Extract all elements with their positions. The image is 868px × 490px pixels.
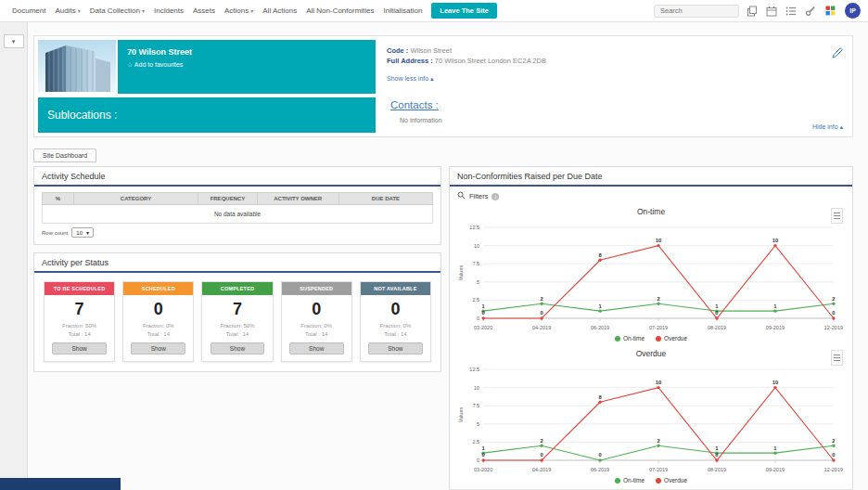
contacts-section: Contacts : No information Hide info ▴ <box>377 97 849 133</box>
svg-text:10: 10 <box>474 243 479 249</box>
svg-text:08-2019: 08-2019 <box>708 325 726 330</box>
on-time-line-chart: 02.557.51012.5Values03-202004-201906-201… <box>455 217 847 334</box>
overdue-line-chart: 02.557.51012.5Values03-202004-201906-201… <box>455 359 847 476</box>
chevron-down-icon: ▾ <box>86 229 89 236</box>
legend-item-overdue[interactable]: Overdue <box>656 477 687 484</box>
svg-text:8: 8 <box>598 252 602 258</box>
right-column: Non-Conformities Raised per Due Date Fil… <box>449 166 853 490</box>
svg-text:7.5: 7.5 <box>472 261 479 266</box>
apps-icon[interactable] <box>823 5 836 18</box>
documents-icon[interactable] <box>746 5 759 18</box>
activity-schedule-panel: Activity Schedule %CATEGORYFREQUENCYACTI… <box>33 166 441 245</box>
chevron-down-icon: ▾ <box>142 8 145 14</box>
chart-title: Overdue <box>455 345 847 359</box>
search-input[interactable] <box>654 5 739 18</box>
legend-marker <box>656 478 661 484</box>
tools-icon[interactable] <box>804 5 817 18</box>
site-code-line: Code : Wilson Street <box>387 46 839 55</box>
svg-text:Values: Values <box>458 265 464 281</box>
user-avatar[interactable]: IP <box>845 3 861 19</box>
column-header-due-date[interactable]: DUE DATE <box>338 193 432 205</box>
nav-item-initialisation[interactable]: Initialisation <box>379 6 428 15</box>
legend-item-on-time[interactable]: On-time <box>615 335 645 342</box>
non-conformities-title: Non-Conformities Raised per Due Date <box>450 167 852 187</box>
show-button[interactable]: Show <box>211 342 265 355</box>
chart-legend: On-timeOverdue <box>455 334 847 345</box>
svg-text:03-2020: 03-2020 <box>474 467 492 472</box>
svg-text:Values: Values <box>458 407 464 423</box>
status-count: 7 <box>202 300 272 319</box>
show-button[interactable]: Show <box>131 342 185 355</box>
nav-item-audits[interactable]: Audits▾ <box>50 6 84 15</box>
status-card-header: TO BE SCHEDULED <box>45 282 114 295</box>
svg-text:2: 2 <box>832 438 835 444</box>
nav-item-incidents[interactable]: Incidents <box>149 6 188 15</box>
left-rail: ▾ <box>0 22 28 490</box>
info-icon[interactable]: i <box>491 193 499 200</box>
add-to-favourites[interactable]: ☆ Add to favourites <box>127 61 366 69</box>
nav-item-document[interactable]: Document <box>7 6 50 15</box>
dashboard-columns: Activity Schedule %CATEGORYFREQUENCYACTI… <box>33 166 853 490</box>
legend-item-overdue[interactable]: Overdue <box>656 335 687 342</box>
column-header-activity-owner[interactable]: ACTIVITY OWNER <box>257 193 338 205</box>
chevron-down-icon: ▾ <box>78 8 81 14</box>
status-count: 0 <box>361 300 430 319</box>
top-nav-items: DocumentAudits▾Data Collection▾Incidents… <box>7 6 427 15</box>
leave-site-button[interactable]: Leave The Site <box>431 3 497 19</box>
status-meta: Fraction: 50%Total : 14 <box>45 322 114 338</box>
chart-context-menu-icon[interactable] <box>831 350 843 366</box>
svg-text:07-2019: 07-2019 <box>649 467 668 472</box>
rail-collapse-toggle[interactable]: ▾ <box>4 34 24 48</box>
status-meta: Fraction: 0%Total : 14 <box>282 322 351 338</box>
show-button[interactable]: Show <box>289 342 344 355</box>
legend-item-on-time[interactable]: On-time <box>615 477 645 484</box>
row-count-select[interactable]: 10 ▾ <box>71 227 94 238</box>
column-header-category[interactable]: CATEGORY <box>73 193 198 205</box>
svg-text:03-2020: 03-2020 <box>474 325 492 330</box>
svg-text:04-2019: 04-2019 <box>532 325 551 330</box>
nav-item-all-actions[interactable]: All Actions <box>258 6 301 15</box>
contacts-link[interactable]: Contacts : <box>390 99 439 110</box>
svg-text:12.5: 12.5 <box>469 225 479 230</box>
legend-marker <box>615 478 620 484</box>
row-count-label: Row count <box>42 230 68 236</box>
filters-label[interactable]: Filters <box>469 192 488 200</box>
show-less-info-link[interactable]: Show less info ▴ <box>387 75 434 83</box>
show-button[interactable]: Show <box>52 342 107 355</box>
caret-up-icon: ▴ <box>839 123 843 130</box>
caret-up-icon: ▴ <box>430 75 434 82</box>
nav-item-assets[interactable]: Assets <box>188 6 220 15</box>
svg-text:2.5: 2.5 <box>472 297 479 303</box>
activity-status-title: Activity per Status <box>34 253 440 273</box>
filters-row: Filters i <box>450 187 852 203</box>
svg-text:1: 1 <box>773 303 777 309</box>
chart-context-menu-icon[interactable] <box>831 208 843 224</box>
code-value: Wilson Street <box>410 46 452 55</box>
status-card-completed: COMPLETED7Fraction: 50%Total : 14Show <box>201 281 273 362</box>
nav-item-actions[interactable]: Actions▾ <box>220 6 258 15</box>
svg-text:09-2019: 09-2019 <box>766 325 785 330</box>
contacts-empty-text: No information <box>400 117 442 123</box>
tab-site-dashboard[interactable]: Site Dashboard <box>33 148 96 162</box>
edit-icon[interactable] <box>832 45 843 62</box>
svg-text:5: 5 <box>477 421 479 427</box>
site-title-banner: 70 Wilson Street ☆ Add to favourites <box>118 40 376 94</box>
show-button[interactable]: Show <box>368 342 423 355</box>
hide-info-link[interactable]: Hide info ▴ <box>812 123 843 131</box>
status-cards: TO BE SCHEDULED7Fraction: 50%Total : 14S… <box>34 273 440 371</box>
table-row: No data available <box>43 205 433 224</box>
calendar-icon[interactable] <box>765 5 778 18</box>
column-header--[interactable]: % <box>43 193 74 205</box>
svg-text:12-2019: 12-2019 <box>824 325 843 330</box>
list-icon[interactable] <box>785 5 798 18</box>
svg-text:06-2019: 06-2019 <box>591 325 609 330</box>
nav-item-data-collection[interactable]: Data Collection▾ <box>85 6 149 15</box>
nav-item-all-non-conformities[interactable]: All Non-Conformities <box>301 6 378 15</box>
search-icon[interactable] <box>457 191 466 201</box>
svg-text:0: 0 <box>715 453 718 458</box>
svg-text:0: 0 <box>540 311 542 316</box>
column-header-frequency[interactable]: FREQUENCY <box>198 193 257 205</box>
svg-text:8: 8 <box>598 394 602 400</box>
svg-text:10: 10 <box>656 380 661 385</box>
status-card-header: SUSPENDED <box>282 282 351 295</box>
